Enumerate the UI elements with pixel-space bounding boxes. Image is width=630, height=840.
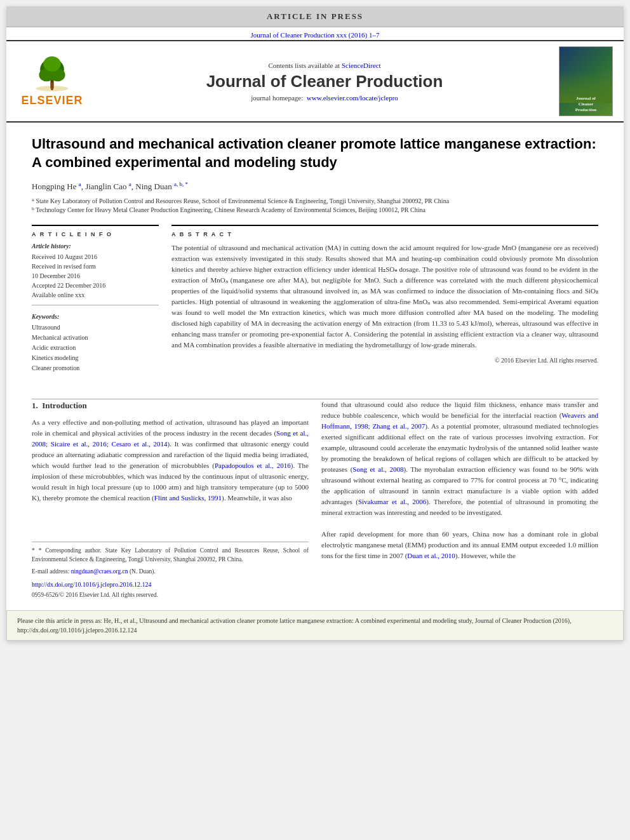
keyword-ultrasound: Ultrasound <box>32 323 159 333</box>
elsevier-logo: ELSEVIER <box>14 56 90 107</box>
issn-line: 0959-6526/© 2016 Elsevier Ltd. All right… <box>32 590 309 600</box>
svg-point-6 <box>50 83 53 86</box>
ref-sivakumar[interactable]: Sivakumar et al., 2006 <box>358 498 426 505</box>
main-content: Ultrasound and mechanical activation cle… <box>6 123 624 399</box>
affiliation-b: ᵇ Technology Center for Heavy Metal Clea… <box>32 206 598 215</box>
received-date: Received 10 August 2016 <box>32 252 159 262</box>
authors: Hongping He a, Jianglin Cao a, Ning Duan… <box>32 180 598 191</box>
doi-link[interactable]: http://dx.doi.org/10.1016/j.jclepro.2016… <box>32 581 151 588</box>
accepted-date: Accepted 22 December 2016 <box>32 281 159 290</box>
keyword-cleaner: Cleaner promotion <box>32 363 159 373</box>
revised-label: Received in revised form <box>32 262 159 271</box>
cover-line1: Journal of <box>575 96 596 102</box>
cover-line3: Production <box>575 107 596 113</box>
body-right-col: found that ultrasound could also reduce … <box>321 399 598 600</box>
ref-duan2010[interactable]: Duan et al., 2010 <box>407 552 455 559</box>
introduction-heading: 1. Introduction <box>32 399 309 412</box>
ref-zhang[interactable]: Zhang et al., 2007 <box>372 422 425 430</box>
keyword-mechanical: Mechanical activation <box>32 333 159 343</box>
footnotes-section: * * Corresponding author. State Key Labo… <box>32 542 309 600</box>
ref-sicaire[interactable]: Sicaire et al., 2016 <box>51 440 107 448</box>
affiliations: ᵃ State Key Laboratory of Pollution Cont… <box>32 197 598 215</box>
affiliation-a: ᵃ State Key Laboratory of Pollution Cont… <box>32 197 598 206</box>
doi-line: http://dx.doi.org/10.1016/j.jclepro.2016… <box>32 580 309 590</box>
contents-list: Contents lists available at ScienceDirec… <box>97 62 553 69</box>
citation-text: Please cite this article in press as: He… <box>17 617 572 634</box>
body-left-col: 1. Introduction As a very effective and … <box>32 399 309 600</box>
journal-cover: Journal of Cleaner Production <box>559 46 616 116</box>
journal-name-top: Journal of Cleaner Production xxx (2016)… <box>6 27 624 40</box>
email-link[interactable]: ningduan@craes.org.cn <box>71 568 128 575</box>
abstract-heading: A B S T R A C T <box>171 231 598 237</box>
elsevier-wordmark: ELSEVIER <box>21 94 83 107</box>
copyright-line: © 2016 Elsevier Ltd. All rights reserved… <box>171 357 598 364</box>
article-info-heading: A R T I C L E I N F O <box>32 231 159 237</box>
intro-paragraph-1: As a very effective and non-polluting me… <box>32 417 309 503</box>
page: ARTICLE IN PRESS Journal of Cleaner Prod… <box>6 6 624 641</box>
keyword-kinetics: Kinetics modeling <box>32 353 159 363</box>
journal-header: ELSEVIER Contents lists available at Sci… <box>6 40 624 123</box>
banner-label: ARTICLE IN PRESS <box>267 11 363 21</box>
available-online: Available online xxx <box>32 290 159 300</box>
article-info-column: A R T I C L E I N F O Article history: R… <box>32 225 159 373</box>
history-label: Article history: <box>32 243 159 250</box>
svg-point-5 <box>43 56 60 71</box>
ref-papadopoulos[interactable]: Papadopoulos et al., 2016 <box>215 462 291 469</box>
citation-bar: Please cite this article in press as: He… <box>6 610 624 641</box>
intro-paragraph-2a: found that ultrasound could also reduce … <box>321 399 598 519</box>
sciencedirect-link[interactable]: ScienceDirect <box>342 62 381 69</box>
ref-flint[interactable]: Flint and Suslicks, 1991 <box>154 494 222 502</box>
article-in-press-banner: ARTICLE IN PRESS <box>6 6 624 27</box>
journal-homepage: journal homepage: www.elsevier.com/locat… <box>97 94 553 102</box>
footnote-email: E-mail address: ningduan@craes.org.cn (N… <box>32 567 309 576</box>
elsevier-tree-icon <box>27 56 77 94</box>
footnote-corresponding: * * Corresponding author. State Key Labo… <box>32 546 309 564</box>
abstract-text: The potential of ultrasound and mechanic… <box>171 243 598 350</box>
keywords-label: Keywords: <box>32 313 159 320</box>
ref-weavers[interactable]: Weavers and Hoffmann, 1998 <box>321 411 598 430</box>
body-content: 1. Introduction As a very effective and … <box>6 399 624 600</box>
header-center: Contents lists available at ScienceDirec… <box>97 62 553 102</box>
contents-label: Contents lists available at <box>268 62 340 69</box>
journal-cover-text: Journal of Cleaner Production <box>575 96 596 113</box>
info-divider <box>32 305 159 305</box>
journal-name-link[interactable]: Journal of Cleaner Production xxx (2016)… <box>251 31 380 39</box>
revised-date: 10 December 2016 <box>32 271 159 281</box>
journal-title: Journal of Cleaner Production <box>97 72 553 91</box>
abstract-column: A B S T R A C T The potential of ultraso… <box>171 225 598 373</box>
article-info-abstract-section: A R T I C L E I N F O Article history: R… <box>32 225 598 373</box>
homepage-url[interactable]: www.elsevier.com/locate/jclepro <box>307 94 398 102</box>
section-title-text: Introduction <box>42 401 87 410</box>
svg-rect-7 <box>51 86 53 90</box>
authors-text: Hongping He a, Jianglin Cao a, Ning Duan… <box>32 182 188 191</box>
homepage-label: journal homepage: <box>251 94 303 102</box>
ref-song2008b[interactable]: Song et al., 2008 <box>352 465 403 473</box>
ref-cesaro[interactable]: Cesaro et al., 2014 <box>112 440 168 448</box>
section-number: 1. <box>32 401 38 410</box>
keyword-acidic: Acidic extraction <box>32 343 159 353</box>
cover-line2: Cleaner <box>575 102 596 107</box>
article-title: Ultrasound and mechanical activation cle… <box>32 135 598 171</box>
intro-paragraph-2b: After rapid development for more than 60… <box>321 529 598 561</box>
